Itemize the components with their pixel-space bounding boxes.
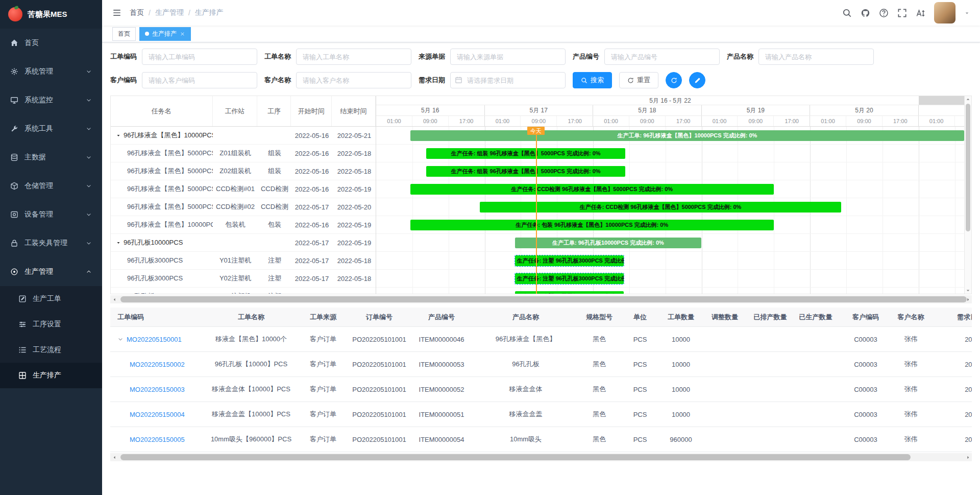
gantt-bar[interactable]: 生产工单: 96孔孔板10000PCS 完成比例: 0% [515,238,701,248]
gantt-task-row[interactable]: 96孔孔板3000PCSY03注塑机注塑2022-05-172022-05-18 [111,288,376,294]
sidebar-item[interactable]: 设备管理 [0,200,102,229]
gantt-task-name-text: 96孔移液盒【黑色】5000PCS [127,149,213,158]
gantt-task-row[interactable]: 96孔移液盒【黑色】10000PCS2022-05-162022-05-21 [111,127,376,145]
gantt-bar[interactable]: 生产任务: CCD检测 96孔移液盒【黑色】5000PCS 完成比例: 0% [480,202,841,213]
gantt-day-pad [919,105,964,115]
table-row[interactable]: MO20220515000510mm吸头【960000】PCS客户订单PO202… [110,427,972,452]
horizontal-scrollbar-thumb[interactable] [120,454,911,460]
sidebar-item[interactable]: 系统监控 [0,86,102,114]
reset-button[interactable]: 重置 [619,72,658,88]
sidebar-item[interactable]: 首页 [0,29,102,57]
vertical-scrollbar-thumb[interactable] [966,104,970,231]
scroll-left-icon[interactable] [110,295,118,303]
chevron-down-icon [86,126,92,132]
filter-input-3[interactable] [604,49,720,65]
gantt-hour-label: 01:00 [702,116,738,126]
filter-input-0[interactable] [142,49,257,65]
help-icon[interactable] [879,8,889,18]
gantt-bar[interactable]: 生产任务: 注塑 96孔孔板3000PCS 完成比例: 0% [515,273,624,284]
gantt-bar[interactable]: 生产任务: 注塑 96孔孔板3000PCS 完成比例: 0% [515,255,624,266]
breadcrumb-item-production[interactable]: 生产管理 [155,8,184,17]
sidebar-item[interactable]: 生产管理 [0,257,102,286]
hamburger-icon[interactable] [112,8,121,17]
sidebar-subitem[interactable]: 工序设置 [0,312,102,337]
gantt-bar[interactable]: 生产任务: 包装 96孔移液盒【黑色】10000PCS 完成比例: 0% [410,220,774,230]
gantt-col-start-time: 开始时间 [291,96,332,126]
order-code-cell[interactable]: MO202205150003 [110,386,204,393]
table-cell: 黑色 [579,385,620,394]
app-logo[interactable]: 苦糖果MES [0,0,102,29]
order-link[interactable]: MO202205150004 [130,411,185,418]
table-row[interactable]: MO202205150003移液盒盒体【10000】PCS客户订单PO20220… [110,377,972,402]
table-row[interactable]: MO20220515000296孔孔板【10000】PCS客户订单PO20220… [110,352,972,377]
search-button[interactable]: 搜索 [573,72,612,88]
gantt-bar[interactable]: 生产任务: 注塑 96孔孔板3000PCS 完成比例: 0% [515,291,624,294]
tab-production-schedule[interactable]: 生产排产 [139,27,191,41]
fullscreen-icon[interactable] [897,8,907,18]
sidebar-subitem[interactable]: 工艺流程 [0,337,102,363]
gantt-chart: 任务名 工作站 工序 开始时间 结束时间 96孔移液盒【黑色】10000PCS2… [110,96,972,294]
gantt-task-row[interactable]: 96孔移液盒【黑色】10000PCS包装机包装2022-05-162022-05… [111,216,376,234]
gantt-task-row[interactable]: 96孔移液盒【黑色】5000PCSZ02组装机组装2022-05-162022-… [111,162,376,180]
gantt-bar[interactable]: 生产任务: 组装 96孔移液盒【黑色】5000PCS 完成比例: 0% [426,166,626,177]
orders-column-header: 订单编号 [348,313,410,322]
sidebar-item[interactable]: 系统工具 [0,114,102,143]
edit-button[interactable] [689,72,705,88]
orders-horizontal-scrollbar[interactable] [110,453,972,461]
gantt-task-list: 96孔移液盒【黑色】10000PCS2022-05-162022-05-2196… [111,127,376,294]
sidebar-subitem[interactable]: 生产工单 [0,286,102,312]
order-link[interactable]: MO202205150001 [127,336,182,343]
gantt-task-row[interactable]: 96孔孔板10000PCS2022-05-172022-05-19 [111,234,376,252]
search-icon[interactable] [842,8,852,18]
sidebar-item[interactable]: 系统管理 [0,57,102,86]
filter-input-4[interactable] [758,49,874,65]
gantt-task-row[interactable]: 96孔移液盒【黑色】5000PCSZ01组装机组装2022-05-162022-… [111,145,376,162]
sidebar-item[interactable]: 工装夹具管理 [0,229,102,257]
sidebar-subitem[interactable]: 生产排产 [0,363,102,388]
order-link[interactable]: MO202205150002 [130,361,185,368]
order-code-cell[interactable]: MO202205150005 [110,436,204,443]
scroll-left-icon[interactable] [110,453,118,461]
gantt-bar[interactable]: 生产任务: CCD检测 96孔移液盒【黑色】5000PCS 完成比例: 0% [410,184,774,195]
tab-home[interactable]: 首页 [112,27,136,41]
avatar[interactable] [934,2,955,23]
font-size-icon[interactable] [916,8,925,18]
gantt-task-row[interactable]: 96孔移液盒【黑色】5000PCSCCD检测#01CCD检测2022-05-16… [111,180,376,198]
github-icon[interactable] [861,8,870,18]
gantt-task-row[interactable]: 96孔移液盒【黑色】5000PCSCCD检测#02CCD检测2022-05-17… [111,198,376,216]
sidebar-item[interactable]: 主数据 [0,143,102,172]
table-row[interactable]: MO202205150004移液盒盒盖【10000】PCS客户订单PO20220… [110,402,972,427]
order-link[interactable]: MO202205150003 [130,386,185,393]
scroll-right-icon[interactable] [964,453,972,461]
scroll-down-icon[interactable] [966,287,970,294]
close-icon[interactable] [180,31,185,37]
sidebar-item[interactable]: 仓储管理 [0,172,102,200]
order-code-cell[interactable]: MO202205150002 [110,361,204,368]
refresh-button[interactable] [666,72,682,88]
scroll-up-icon[interactable] [966,96,970,103]
filter-input-6[interactable] [296,72,411,88]
breadcrumb-item-home[interactable]: 首页 [130,8,144,17]
gantt-bar[interactable]: 生产工单: 96孔移液盒【黑色】10000PCS 完成比例: 0% [410,130,964,141]
gantt-bar[interactable]: 生产任务: 组装 96孔移液盒【黑色】5000PCS 完成比例: 0% [426,148,626,159]
filter-input-5[interactable] [142,72,257,88]
filter-input-1[interactable] [296,49,411,65]
table-row[interactable]: MO202205150001移液盒【黑色】10000个客户订单PO2022051… [110,327,972,352]
order-code-cell[interactable]: MO202205150004 [110,411,204,418]
order-link[interactable]: MO202205150005 [130,436,185,443]
gantt-task-row[interactable]: 96孔孔板3000PCSY01注塑机注塑2022-05-172022-05-18 [111,252,376,270]
avatar-caret-icon[interactable] [964,10,970,16]
filter-input-2[interactable] [450,49,566,65]
table-cell: 移液盒盒体 [473,385,579,394]
gantt-task-row[interactable]: 96孔孔板3000PCSY02注塑机注塑2022-05-172022-05-18 [111,270,376,288]
search-icon [581,77,587,84]
table-cell: 202 [929,411,972,418]
gantt-horizontal-scrollbar[interactable] [110,295,972,303]
breadcrumb-item-schedule[interactable]: 生产排产 [195,8,224,17]
gantt-vertical-scrollbar[interactable] [964,96,971,294]
scroll-right-icon[interactable] [964,295,972,303]
filter-input-7[interactable] [450,72,566,88]
app-logo-icon [8,7,22,21]
horizontal-scrollbar-thumb[interactable] [120,296,967,302]
order-code-cell[interactable]: MO202205150001 [110,336,204,343]
